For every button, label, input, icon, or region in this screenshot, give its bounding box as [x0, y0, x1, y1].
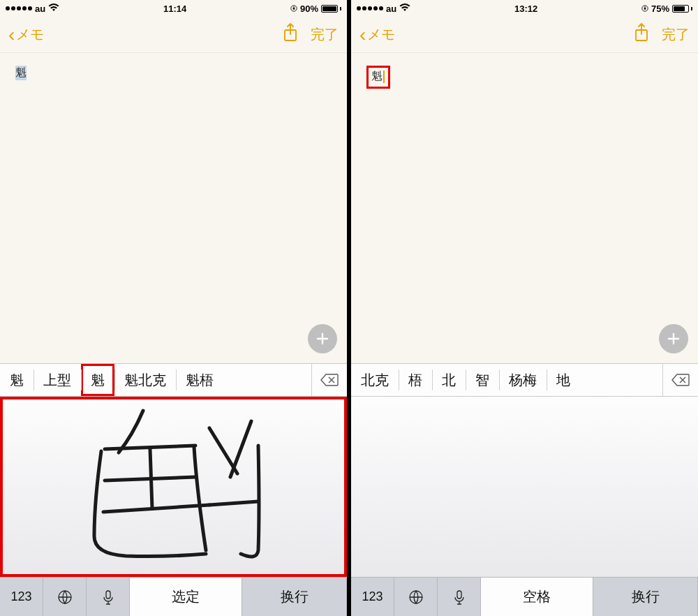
carrier-label: au [35, 3, 45, 14]
dictation-key[interactable] [438, 578, 481, 616]
status-bar: au 13:12 75% [351, 0, 698, 17]
share-button[interactable] [283, 23, 298, 46]
signal-dots-icon [6, 6, 32, 10]
confirm-key[interactable]: 选定 [130, 578, 242, 616]
confirm-key[interactable]: 空格 [481, 578, 593, 616]
back-label: メモ [16, 25, 44, 44]
carrier-label: au [386, 3, 396, 14]
candidate-item[interactable]: 北 [432, 364, 466, 396]
clock-label: 11:14 [163, 3, 186, 14]
candidate-item[interactable]: 魁 [0, 364, 34, 396]
done-button[interactable]: 完了 [311, 25, 339, 44]
globe-key[interactable] [43, 578, 87, 616]
signal-dots-icon [357, 6, 383, 10]
note-text: 魁 [15, 66, 27, 80]
candidate-item[interactable]: 魁 [81, 364, 114, 396]
backspace-icon [320, 374, 339, 386]
chevron-left-icon: ‹ [8, 25, 15, 45]
wifi-icon [399, 3, 410, 14]
wifi-icon [48, 3, 59, 14]
svg-rect-1 [293, 8, 295, 10]
microphone-icon [451, 589, 468, 606]
phone-left: au 11:14 90% ‹ メモ [0, 0, 347, 616]
done-button[interactable]: 完了 [662, 25, 690, 44]
svg-rect-9 [457, 591, 461, 599]
globe-icon [408, 589, 424, 606]
share-button[interactable] [634, 23, 649, 46]
note-editor[interactable]: 魁 [0, 53, 347, 363]
candidate-item[interactable]: 智 [466, 364, 499, 396]
highlight-frame: 魁 [366, 66, 390, 89]
clock-label: 13:12 [514, 3, 537, 14]
dictation-key[interactable] [87, 578, 130, 616]
nav-bar: ‹ メモ 完了 [351, 17, 698, 53]
nav-bar: ‹ メモ 完了 [0, 17, 347, 53]
candidate-item[interactable]: 魁梧 [176, 364, 223, 396]
return-key[interactable]: 换行 [242, 578, 347, 616]
battery-icon [672, 5, 692, 13]
candidate-delete-button[interactable] [311, 364, 347, 396]
battery-fill [322, 6, 336, 11]
candidate-item[interactable]: 上型 [34, 364, 81, 396]
candidate-item[interactable]: 魁北克 [114, 364, 176, 396]
return-key[interactable]: 换行 [593, 578, 698, 616]
handwriting-canvas[interactable] [0, 397, 347, 577]
handwriting-stroke-icon [0, 397, 347, 577]
candidate-bar: 北克 梧 北 智 杨梅 地 [351, 363, 698, 397]
add-button[interactable] [659, 324, 688, 353]
status-bar: au 11:14 90% [0, 0, 347, 17]
svg-rect-6 [644, 8, 646, 10]
note-text: 魁 [371, 69, 383, 84]
chevron-left-icon: ‹ [359, 25, 366, 45]
numbers-key[interactable]: 123 [351, 578, 394, 616]
candidate-item[interactable]: 北克 [351, 364, 399, 396]
candidate-delete-button[interactable] [662, 364, 698, 396]
svg-rect-4 [106, 591, 110, 599]
keyboard-bottom-row: 123 选定 换行 [0, 577, 347, 616]
numbers-key[interactable]: 123 [0, 578, 43, 616]
backspace-icon [671, 374, 690, 386]
back-button[interactable]: ‹ メモ [359, 25, 395, 45]
text-cursor [383, 71, 385, 83]
globe-icon [57, 589, 73, 606]
microphone-icon [100, 589, 117, 606]
note-editor[interactable]: 魁 [351, 53, 698, 363]
phone-right: au 13:12 75% ‹ メモ [351, 0, 698, 616]
add-button[interactable] [308, 324, 337, 353]
back-label: メモ [367, 25, 395, 44]
handwriting-canvas[interactable] [351, 397, 698, 577]
battery-pct-label: 90% [300, 3, 318, 14]
rotation-lock-icon [641, 3, 648, 14]
back-button[interactable]: ‹ メモ [8, 25, 44, 45]
battery-pct-label: 75% [651, 3, 669, 14]
rotation-lock-icon [290, 3, 297, 14]
candidate-item[interactable]: 梧 [399, 364, 432, 396]
keyboard-bottom-row: 123 空格 换行 [351, 577, 698, 616]
candidate-item[interactable]: 杨梅 [499, 364, 547, 396]
globe-key[interactable] [394, 578, 438, 616]
candidate-bar: 魁 上型 魁 魁北克 魁梧 [0, 363, 347, 397]
candidate-item[interactable]: 地 [547, 364, 580, 396]
battery-icon [321, 5, 341, 13]
